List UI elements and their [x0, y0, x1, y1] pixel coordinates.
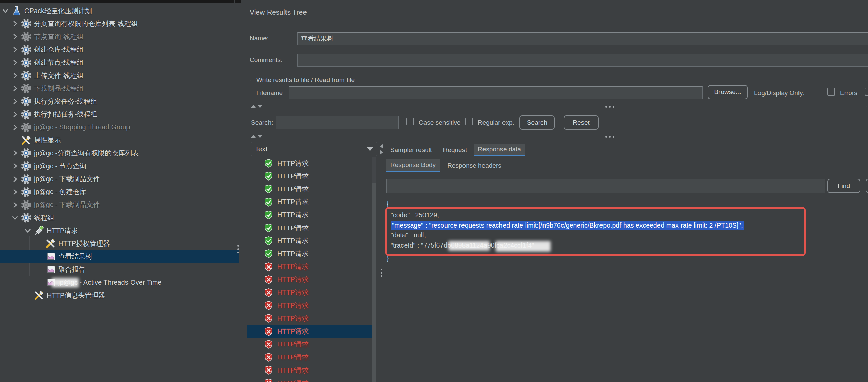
result-item-5[interactable]: HTTP请求: [247, 221, 372, 234]
tree-item-7[interactable]: 执行分发任务-线程组: [0, 95, 239, 108]
tab-request[interactable]: Request: [440, 144, 470, 156]
tree-item-8[interactable]: 执行扫描任务-线程组: [0, 108, 239, 121]
tree-item-0[interactable]: CPack轻量化压测计划: [0, 4, 239, 17]
results-scrollbar-thumb[interactable]: [372, 183, 376, 382]
tree-item-1[interactable]: 分页查询有权限的仓库列表-线程组: [0, 17, 239, 30]
regular-exp-checkbox[interactable]: [465, 118, 473, 125]
splitter-grip-icon[interactable]: [604, 136, 615, 138]
tree-item-2[interactable]: 节点查询-线程组: [0, 30, 239, 43]
horizontal-splitter[interactable]: [241, 108, 868, 108]
chevron-right-icon[interactable]: [10, 71, 20, 80]
filename-input[interactable]: [289, 86, 703, 99]
json-close-brace: }: [387, 255, 389, 262]
subtab-response-body[interactable]: Response Body: [386, 159, 440, 172]
result-item-11[interactable]: HTTP请求: [247, 299, 372, 312]
result-item-0[interactable]: HTTP请求: [247, 157, 372, 170]
collapse-right-icon[interactable]: [380, 150, 383, 155]
result-item-6[interactable]: HTTP请求: [247, 234, 372, 247]
tree-item-9[interactable]: jp@gc - Stepping Thread Group: [0, 121, 239, 134]
result-item-14[interactable]: HTTP请求: [247, 338, 372, 351]
tree-item-13[interactable]: jp@gc - 下载制品文件: [0, 172, 239, 185]
chevron-right-icon[interactable]: [10, 58, 20, 67]
result-item-15[interactable]: HTTP请求: [247, 351, 372, 364]
tree-item-5[interactable]: 上传文件-线程组: [0, 69, 239, 82]
reset-button[interactable]: Reset: [564, 115, 599, 130]
display-mode-select[interactable]: Text: [251, 142, 377, 156]
find-input[interactable]: [386, 179, 825, 193]
splitter-grip-icon[interactable]: [237, 243, 239, 253]
tree-item-22[interactable]: HTTP信息头管理器: [0, 289, 239, 302]
find-button[interactable]: Find: [827, 179, 860, 193]
chevron-right-icon[interactable]: [10, 84, 20, 93]
tree-item-6[interactable]: 下载制品-线程组: [0, 82, 239, 95]
chevron-right-icon[interactable]: [10, 174, 20, 184]
splitter-grip-icon[interactable]: [380, 267, 382, 277]
collapse-down-icon[interactable]: [258, 135, 262, 138]
result-item-16[interactable]: HTTP请求: [247, 364, 372, 377]
chevron-down-icon[interactable]: [1, 6, 10, 16]
result-status-icon: [264, 171, 273, 181]
collapse-up-icon[interactable]: [251, 135, 256, 138]
tree-item-label: 节点查询-线程组: [34, 32, 84, 41]
collapse-left-icon[interactable]: [380, 144, 383, 149]
result-item-13[interactable]: HTTP请求: [247, 325, 372, 338]
successes-checkbox[interactable]: [865, 88, 868, 96]
result-item-7[interactable]: HTTP请求: [247, 247, 372, 260]
chevron-right-icon[interactable]: [10, 97, 20, 106]
find-next-button[interactable]: [866, 179, 868, 193]
tree-item-19[interactable]: 查看结果树: [0, 250, 239, 263]
result-item-3[interactable]: HTTP请求: [247, 196, 372, 209]
case-sensitive-checkbox[interactable]: [406, 118, 414, 125]
tree-item-icon: [20, 122, 33, 133]
horizontal-splitter[interactable]: [241, 138, 868, 138]
chevron-right-icon[interactable]: [10, 200, 20, 210]
tab-sampler-result[interactable]: Sampler result: [386, 144, 436, 156]
splitter-grip-icon[interactable]: [604, 106, 615, 108]
tree-item-17[interactable]: HTTP请求: [0, 224, 239, 237]
result-item-1[interactable]: HTTP请求: [247, 170, 372, 183]
tree-item-18[interactable]: HTTP授权管理器: [0, 237, 239, 250]
chevron-right-icon[interactable]: [10, 110, 20, 119]
chevron-right-icon[interactable]: [10, 45, 20, 55]
comments-input[interactable]: [297, 54, 868, 67]
tree-item-16[interactable]: 线程组: [0, 211, 239, 224]
tree-item-15[interactable]: jp@gc - 下载制品文件: [0, 198, 239, 211]
chevron-right-icon[interactable]: [10, 148, 20, 158]
tab-response-data[interactable]: Response data: [474, 144, 525, 156]
result-item-12[interactable]: HTTP请求: [247, 312, 372, 325]
tree-item-11[interactable]: jp@gc -分页查询有权限的仓库列表: [0, 147, 239, 160]
chevron-down-icon[interactable]: [23, 226, 33, 235]
tree-item-3[interactable]: 创建仓库-线程组: [0, 43, 239, 56]
result-item-9[interactable]: HTTP请求: [247, 273, 372, 286]
main-panel-splitter[interactable]: [238, 0, 238, 382]
tree-item-12[interactable]: jp@gc - 节点查询: [0, 160, 239, 172]
chevron-down-icon[interactable]: [10, 213, 20, 222]
tree-item-4[interactable]: 创建节点-线程组: [0, 56, 239, 69]
name-input[interactable]: [297, 32, 868, 45]
search-button[interactable]: Search: [519, 115, 555, 130]
tree-item-20[interactable]: 聚合报告: [0, 263, 239, 276]
tree-item-14[interactable]: jp@gc - 创建仓库: [0, 186, 239, 198]
result-item-10[interactable]: HTTP请求: [247, 286, 372, 299]
error-shield-icon: [264, 301, 273, 310]
collapse-up-icon[interactable]: [251, 105, 256, 108]
tree-item-label: HTTP请求: [47, 226, 78, 235]
result-status-icon: [264, 288, 273, 297]
tree-item-10[interactable]: 属性显示: [0, 134, 239, 147]
result-item-2[interactable]: HTTP请求: [247, 183, 372, 195]
response-line-1: "message" : "resource requests reached r…: [391, 220, 744, 231]
search-input[interactable]: [276, 116, 399, 129]
chevron-right-icon[interactable]: [10, 161, 20, 171]
errors-checkbox[interactable]: [827, 88, 835, 96]
result-item-4[interactable]: HTTP请求: [247, 209, 372, 221]
chevron-right-icon[interactable]: [10, 187, 20, 197]
chevron-right-icon[interactable]: [10, 32, 20, 41]
browse-button[interactable]: Browse...: [708, 85, 748, 99]
result-item-8[interactable]: HTTP请求: [247, 260, 372, 273]
collapse-down-icon[interactable]: [258, 105, 262, 108]
chevron-right-icon[interactable]: [10, 123, 20, 132]
chevron-right-icon[interactable]: [10, 19, 20, 28]
subtab-response-headers[interactable]: Response headers: [443, 159, 505, 172]
result-item-17[interactable]: HTTP请求: [247, 377, 372, 382]
tree-item-21[interactable]: jp@gc - Active Threads Over Time: [0, 276, 239, 289]
